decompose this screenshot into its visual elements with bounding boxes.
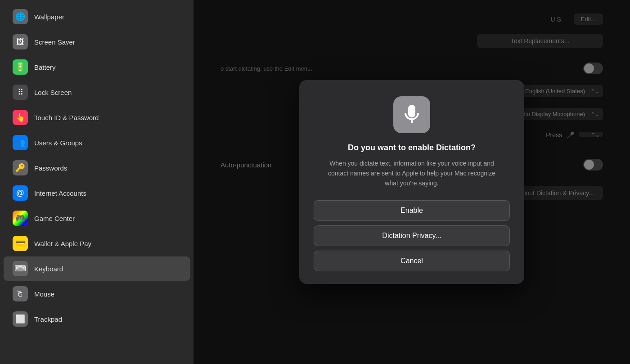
- sidebar-label-users-groups: Users & Groups: [34, 139, 82, 147]
- keyboard-icon: ⌨: [13, 261, 28, 276]
- sidebar-label-battery: Battery: [34, 63, 56, 71]
- sidebar-item-touch-id[interactable]: 👆Touch ID & Password: [4, 105, 190, 130]
- sidebar-label-screen-saver: Screen Saver: [34, 38, 75, 46]
- lock-screen-icon: ⠿: [13, 85, 28, 100]
- internet-accounts-icon: @: [13, 185, 28, 201]
- sidebar-label-keyboard: Keyboard: [34, 265, 63, 273]
- sidebar-item-screen-saver[interactable]: 🖼Screen Saver: [4, 30, 190, 54]
- wallet-icon: 💳: [13, 236, 28, 251]
- modal-mic-icon-wrapper: [393, 96, 430, 133]
- sidebar-item-wallet[interactable]: 💳Wallet & Apple Pay: [4, 231, 190, 256]
- sidebar-item-game-center[interactable]: 🎮Game Center: [4, 206, 190, 230]
- sidebar-label-internet-accounts: Internet Accounts: [34, 189, 86, 197]
- sidebar-label-wallet: Wallet & Apple Pay: [34, 240, 91, 247]
- sidebar-label-mouse: Mouse: [34, 290, 54, 298]
- trackpad-icon: ⬜: [13, 311, 28, 327]
- sidebar: 🌐Wallpaper🖼Screen Saver🔋Battery⠿Lock Scr…: [0, 0, 194, 364]
- users-groups-icon: 👥: [13, 135, 28, 150]
- modal-body: When you dictate text, information like …: [326, 159, 497, 188]
- sidebar-item-wallpaper[interactable]: 🌐Wallpaper: [4, 4, 190, 29]
- cancel-button[interactable]: Cancel: [314, 251, 510, 271]
- mic-icon-svg: [401, 104, 423, 126]
- sidebar-label-lock-screen: Lock Screen: [34, 89, 72, 96]
- passwords-icon: 🔑: [13, 160, 28, 175]
- sidebar-label-game-center: Game Center: [34, 215, 75, 222]
- battery-icon: 🔋: [13, 59, 28, 75]
- dictation-privacy-button[interactable]: Dictation Privacy...: [314, 225, 510, 246]
- mouse-icon: 🖱: [13, 286, 28, 301]
- touch-id-icon: 👆: [13, 110, 28, 125]
- dictation-modal: Do you want to enable Dictation? When yo…: [299, 80, 524, 283]
- sidebar-item-keyboard[interactable]: ⌨Keyboard: [4, 256, 190, 281]
- main-content: U.S. Edit... Text Replacements... o star…: [194, 0, 630, 364]
- game-center-icon: 🎮: [13, 211, 28, 226]
- sidebar-item-passwords[interactable]: 🔑Passwords: [4, 156, 190, 180]
- modal-overlay: Do you want to enable Dictation? When yo…: [194, 0, 630, 364]
- sidebar-item-users-groups[interactable]: 👥Users & Groups: [4, 130, 190, 155]
- sidebar-item-internet-accounts[interactable]: @Internet Accounts: [4, 181, 190, 205]
- sidebar-label-touch-id: Touch ID & Password: [34, 114, 99, 121]
- screen-saver-icon: 🖼: [13, 34, 28, 49]
- sidebar-item-mouse[interactable]: 🖱Mouse: [4, 282, 190, 306]
- modal-buttons: Enable Dictation Privacy... Cancel: [314, 200, 510, 271]
- modal-title: Do you want to enable Dictation?: [348, 143, 476, 153]
- sidebar-label-trackpad: Trackpad: [34, 315, 62, 323]
- sidebar-label-passwords: Passwords: [34, 164, 67, 172]
- wallpaper-icon: 🌐: [13, 9, 28, 24]
- sidebar-label-wallpaper: Wallpaper: [34, 13, 64, 21]
- sidebar-item-trackpad[interactable]: ⬜Trackpad: [4, 307, 190, 331]
- sidebar-item-lock-screen[interactable]: ⠿Lock Screen: [4, 80, 190, 104]
- enable-button[interactable]: Enable: [314, 200, 510, 221]
- sidebar-item-battery[interactable]: 🔋Battery: [4, 55, 190, 79]
